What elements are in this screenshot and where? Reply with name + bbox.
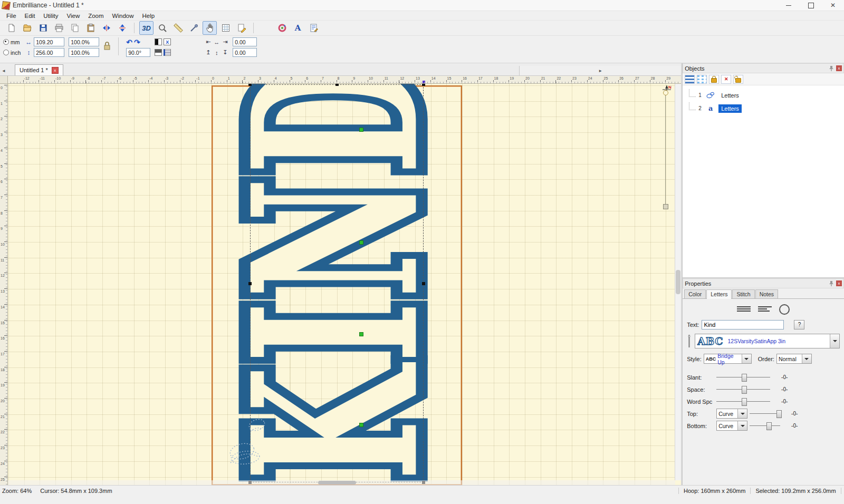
design-canvas[interactable]: KIND KIND — [8, 84, 681, 485]
help-button[interactable]: ? — [794, 320, 804, 329]
space-slider-thumb[interactable] — [742, 386, 747, 394]
object-row-2[interactable]: 2 a Letters — [683, 102, 844, 115]
hoop-grid-button[interactable] — [218, 21, 233, 35]
position-x-field[interactable]: 0.00 — [233, 37, 257, 46]
multiline-layout-icon[interactable] — [737, 304, 751, 314]
measure-tool-button[interactable] — [171, 21, 185, 35]
save-button[interactable] — [36, 21, 50, 35]
sequence-view-icon[interactable] — [697, 75, 707, 84]
zoom-tool-button[interactable] — [155, 21, 169, 35]
rotate-right-button[interactable]: ↷ — [134, 38, 140, 46]
flip-horizontal-button[interactable] — [99, 21, 113, 35]
unit-inch-option[interactable]: inch — [3, 48, 21, 57]
tab-notes[interactable]: Notes — [755, 289, 778, 298]
align-left-icon[interactable]: ⇤ — [205, 38, 212, 45]
menu-zoom[interactable]: Zoom — [84, 12, 108, 20]
horizontal-scrollbar[interactable] — [8, 480, 675, 485]
top-curve-selector[interactable]: Curve — [716, 409, 747, 419]
space-slider[interactable] — [716, 386, 770, 393]
rotate-left-button[interactable]: ↶ — [126, 38, 132, 46]
object-row-1[interactable]: 1 Letters — [683, 89, 844, 102]
menu-window[interactable]: Window — [108, 12, 138, 20]
bottom-dropdown-button[interactable] — [737, 421, 747, 430]
letter-control-point[interactable] — [359, 128, 363, 132]
tab-letters[interactable]: Letters — [706, 289, 732, 299]
position-y-field[interactable]: 0.00 — [233, 48, 257, 57]
object-label[interactable]: Letters — [718, 91, 742, 100]
letter-control-point[interactable] — [359, 423, 363, 427]
tab-close-button[interactable]: x — [52, 67, 59, 74]
properties-panel-close-icon[interactable]: x — [836, 280, 842, 286]
tab-scroll-left-icon[interactable]: ◄ — [0, 66, 7, 75]
notes-button[interactable] — [306, 21, 321, 35]
stitch-list-icon[interactable] — [164, 49, 171, 56]
tab-stitch[interactable]: Stitch — [732, 289, 754, 298]
objects-panel-close-icon[interactable]: x — [836, 65, 842, 71]
width-percent-field[interactable]: 100.0% — [69, 37, 99, 46]
bottom-curve-selector[interactable]: Curve — [716, 421, 747, 431]
height-percent-field[interactable]: 100.0% — [69, 48, 99, 57]
contrast-view-icon[interactable] — [155, 38, 162, 45]
lock-icon[interactable] — [709, 75, 719, 84]
tab-scroll-right-icon[interactable]: ► — [519, 66, 681, 75]
flip-vertical-button[interactable] — [115, 21, 129, 35]
aspect-lock-icon[interactable] — [103, 41, 111, 51]
rotation-field[interactable]: 90.0° — [126, 48, 150, 57]
stitch-simulator-button[interactable] — [187, 21, 201, 35]
open-button[interactable] — [20, 21, 34, 35]
tab-color[interactable]: Color — [684, 289, 706, 298]
menu-file[interactable]: File — [2, 12, 21, 20]
lettering-text-input[interactable] — [702, 320, 784, 329]
font-selector[interactable]: ABC 12SVarsitySatinApp 3in — [695, 334, 840, 348]
top-slider-thumb[interactable] — [776, 410, 782, 418]
pan-tool-button[interactable] — [203, 21, 217, 35]
close-button[interactable]: ✕ — [822, 0, 844, 11]
horizontal-scrollbar-thumb[interactable] — [318, 481, 356, 484]
lettering-button[interactable]: A — [291, 21, 305, 35]
half-tone-icon[interactable] — [155, 49, 162, 56]
style-selector[interactable]: ABC Bridge Up — [704, 354, 752, 364]
center-vertical-icon[interactable]: ↕ — [213, 50, 220, 56]
letter-control-point[interactable] — [359, 240, 363, 245]
resize-handle-middle-left[interactable] — [248, 282, 252, 285]
guide-handle[interactable] — [663, 204, 668, 209]
design-properties-button[interactable] — [234, 21, 248, 35]
object-label-selected[interactable]: Letters — [718, 104, 742, 113]
unlock-icon[interactable] — [733, 75, 743, 84]
letter-control-point[interactable] — [359, 332, 363, 336]
slant-slider[interactable] — [716, 374, 770, 381]
copy-button[interactable] — [68, 21, 82, 35]
menu-view[interactable]: View — [62, 12, 84, 20]
menu-help[interactable]: Help — [138, 12, 159, 20]
pin-icon[interactable] — [829, 280, 834, 287]
style-dropdown-button[interactable] — [742, 354, 751, 363]
align-top-icon[interactable]: ↥ — [205, 49, 212, 56]
align-right-icon[interactable]: ⇥ — [222, 38, 228, 45]
resize-handle-middle-right[interactable] — [422, 282, 425, 285]
menu-edit[interactable]: Edit — [21, 12, 40, 20]
menu-utility[interactable]: Utility — [39, 12, 62, 20]
height-field[interactable]: 256.00 — [34, 48, 64, 57]
font-dropdown-button[interactable] — [830, 334, 839, 348]
new-button[interactable] — [4, 21, 18, 35]
wordspc-slider[interactable] — [716, 398, 770, 405]
print-button[interactable] — [52, 21, 66, 35]
vertical-scrollbar-thumb[interactable] — [676, 270, 680, 294]
center-horizontal-icon[interactable]: ↔ — [213, 39, 220, 45]
order-selector[interactable]: Normal — [776, 354, 812, 364]
unit-mm-option[interactable]: mm — [3, 37, 21, 46]
slant-slider-thumb[interactable] — [742, 374, 747, 382]
baseline-layout-icon[interactable] — [758, 304, 772, 314]
tab-untitled-1[interactable]: Untitled 1 * x — [15, 64, 63, 75]
paste-button[interactable] — [83, 21, 98, 35]
circle-layout-icon[interactable] — [779, 304, 790, 315]
align-bottom-icon[interactable]: ↧ — [222, 49, 228, 56]
3d-view-toggle[interactable]: 3D — [139, 21, 154, 35]
minimize-button[interactable] — [778, 0, 800, 11]
guide-anchor-icon[interactable] — [663, 90, 668, 95]
vertical-scrollbar[interactable] — [675, 84, 681, 480]
restore-button[interactable] — [800, 0, 822, 11]
bottom-slider-thumb[interactable] — [766, 422, 772, 430]
top-slider[interactable] — [750, 410, 780, 418]
order-dropdown-button[interactable] — [802, 354, 811, 363]
